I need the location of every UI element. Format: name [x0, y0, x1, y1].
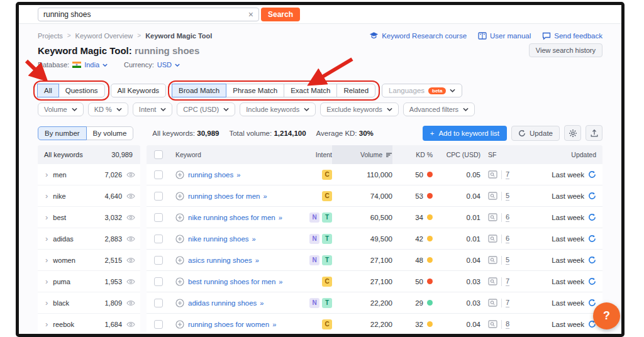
expand-keyword-icon[interactable]: » — [255, 257, 259, 264]
row-checkbox[interactable] — [154, 299, 163, 307]
add-keyword-icon[interactable] — [175, 192, 184, 201]
sf-count[interactable]: 7 — [506, 299, 509, 307]
languages-dropdown[interactable]: Languages beta — [382, 84, 462, 97]
sidebar-group-item[interactable]: › puma 1,953 — [38, 271, 140, 292]
expand-keyword-icon[interactable]: » — [279, 214, 282, 221]
eye-icon[interactable] — [126, 257, 135, 263]
refresh-icon[interactable] — [588, 299, 596, 307]
sidebar-group-item[interactable]: › adidas 2,883 — [38, 228, 140, 250]
expand-keyword-icon[interactable]: » — [272, 321, 276, 328]
filter-advanced-filters[interactable]: Advanced filters — [403, 102, 475, 116]
tab-all-keywords[interactable]: All Keywords — [111, 84, 166, 97]
sf-count[interactable]: 6 — [506, 213, 509, 222]
chevron-right-icon[interactable]: › — [45, 319, 48, 329]
send-feedback-link[interactable]: Send feedback — [542, 32, 602, 40]
keyword-link[interactable]: nike running shoes» — [188, 235, 256, 243]
export-button[interactable] — [586, 125, 602, 141]
serp-features-icon[interactable] — [488, 235, 497, 243]
row-checkbox[interactable] — [154, 235, 163, 243]
search-button[interactable]: Search — [261, 8, 300, 21]
clear-search-icon[interactable]: × — [248, 10, 253, 19]
expand-keyword-icon[interactable]: » — [279, 278, 282, 285]
search-input[interactable] — [43, 10, 248, 19]
chevron-right-icon[interactable]: › — [45, 213, 48, 222]
eye-icon[interactable] — [126, 193, 135, 199]
sidebar-group-item[interactable]: › nike 4,640 — [38, 185, 140, 207]
column-header-intent[interactable]: Intent — [296, 151, 332, 158]
eye-icon[interactable] — [126, 300, 135, 306]
sf-count[interactable]: 6 — [506, 235, 509, 243]
expand-keyword-icon[interactable]: » — [260, 299, 264, 307]
refresh-icon[interactable] — [588, 256, 596, 264]
column-header-sf[interactable]: SF — [480, 151, 522, 158]
keyword-link[interactable]: running shoes for men» — [188, 192, 267, 200]
column-header-cpc[interactable]: CPC (USD) — [433, 151, 480, 158]
tab-exact-match[interactable]: Exact Match — [284, 84, 337, 97]
chevron-right-icon[interactable]: › — [45, 191, 48, 201]
expand-keyword-icon[interactable]: » — [236, 171, 240, 179]
add-to-keyword-list-button[interactable]: + Add to keyword list — [423, 126, 507, 141]
row-checkbox[interactable] — [154, 213, 163, 222]
refresh-icon[interactable] — [588, 213, 596, 221]
row-checkbox[interactable] — [154, 320, 163, 329]
add-keyword-icon[interactable] — [175, 320, 184, 329]
keyword-link[interactable]: best running shoes for men» — [188, 278, 282, 285]
serp-features-icon[interactable] — [488, 320, 497, 328]
filter-kd-[interactable]: KD % — [88, 102, 128, 116]
sidebar-group-item[interactable]: › black 1,809 — [38, 292, 140, 314]
sf-count[interactable]: 7 — [506, 277, 509, 286]
keyword-link[interactable]: running shoes for women» — [188, 321, 276, 328]
chevron-right-icon[interactable]: › — [45, 255, 48, 265]
serp-features-icon[interactable] — [488, 170, 497, 179]
refresh-icon[interactable] — [588, 235, 596, 243]
serp-features-icon[interactable] — [488, 277, 497, 285]
settings-button[interactable] — [564, 125, 581, 141]
search-box[interactable]: × — [38, 8, 259, 21]
add-keyword-icon[interactable] — [175, 170, 184, 179]
sidebar-group-item[interactable]: › reebok 1,684 — [38, 314, 140, 335]
expand-keyword-icon[interactable]: » — [263, 192, 267, 200]
column-header-keyword[interactable]: Keyword — [175, 151, 296, 158]
keyword-link[interactable]: nike running shoes for men» — [188, 214, 282, 221]
serp-features-icon[interactable] — [488, 299, 497, 307]
column-header-volume[interactable]: Volume — [332, 145, 392, 164]
expand-keyword-icon[interactable]: » — [252, 235, 256, 243]
help-button[interactable]: ? — [593, 302, 620, 329]
by-volume-toggle[interactable]: By volume — [86, 126, 134, 140]
currency-selector[interactable]: Currency: USD — [124, 61, 180, 69]
tab-phrase-match[interactable]: Phrase Match — [226, 84, 284, 97]
eye-icon[interactable] — [126, 321, 135, 328]
filter-exclude-keywords[interactable]: Exclude keywords — [320, 102, 399, 116]
breadcrumb-item[interactable]: Keyword Overview — [75, 32, 133, 40]
keyword-link[interactable]: asics running shoes» — [188, 257, 259, 264]
user-manual-link[interactable]: User manual — [478, 32, 531, 40]
database-selector[interactable]: Database: India — [38, 61, 108, 69]
eye-icon[interactable] — [126, 279, 135, 285]
breadcrumb-item[interactable]: Projects — [38, 32, 63, 40]
row-checkbox[interactable] — [154, 170, 163, 179]
eye-icon[interactable] — [126, 172, 135, 178]
row-checkbox[interactable] — [154, 256, 163, 265]
keyword-link[interactable]: adidas running shoes» — [188, 299, 264, 307]
column-header-updated[interactable]: Updated — [522, 151, 596, 158]
select-all-checkbox[interactable] — [154, 150, 163, 159]
add-keyword-icon[interactable] — [175, 256, 184, 265]
sf-count[interactable]: 8 — [506, 320, 509, 329]
filter-cpc-usd-[interactable]: CPC (USD) — [177, 102, 235, 116]
keyword-research-course-link[interactable]: Keyword Research course — [369, 31, 467, 40]
serp-features-icon[interactable] — [488, 256, 497, 264]
row-checkbox[interactable] — [154, 277, 163, 286]
chevron-right-icon[interactable]: › — [45, 277, 48, 286]
sidebar-group-item[interactable]: › best 3,032 — [38, 207, 140, 228]
sf-count[interactable]: 5 — [506, 192, 509, 201]
tab-questions[interactable]: Questions — [58, 84, 105, 97]
serp-features-icon[interactable] — [488, 213, 497, 221]
filter-intent[interactable]: Intent — [133, 102, 173, 116]
chevron-right-icon[interactable]: › — [45, 170, 48, 179]
add-keyword-icon[interactable] — [175, 235, 184, 243]
tab-related[interactable]: Related — [336, 84, 375, 97]
refresh-icon[interactable] — [588, 192, 596, 200]
column-header-kd[interactable]: KD % — [392, 151, 433, 158]
chevron-right-icon[interactable]: › — [45, 234, 48, 243]
filter-volume[interactable]: Volume — [38, 102, 84, 116]
